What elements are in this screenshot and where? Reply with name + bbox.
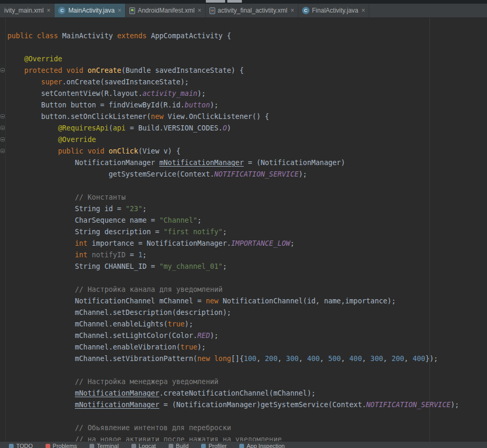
code-line[interactable]: @Override: [7, 53, 459, 65]
code-line[interactable]: [7, 180, 459, 192]
code-token: String description =: [7, 228, 163, 236]
code-token: int: [7, 239, 92, 247]
java-class-icon: C: [302, 7, 309, 14]
toolwindow-button-problems[interactable]: Problems: [46, 442, 77, 448]
code-token: new long: [197, 355, 231, 363]
code-token: = (NotificationManager): [244, 159, 345, 167]
code-line[interactable]: setContentView(R.layout.activity_main);: [7, 88, 459, 100]
tab-close-icon[interactable]: ×: [291, 7, 294, 14]
code-line[interactable]: button.setOnClickListener(new View.OnCli…: [7, 111, 459, 123]
code-line[interactable]: // Обьявление интентов для переброски: [7, 422, 459, 434]
code-line[interactable]: String id = "23";: [7, 203, 459, 215]
editor[interactable]: public class MainActivity extends AppCom…: [0, 18, 487, 441]
toolwindow-button-build[interactable]: Build: [169, 442, 189, 448]
code-line[interactable]: [7, 365, 459, 376]
code-token: ,: [257, 355, 265, 363]
tab-close-icon[interactable]: ×: [47, 7, 50, 14]
code-line[interactable]: CharSequence name = "Channel";: [7, 215, 459, 226]
code-token: api: [113, 124, 126, 132]
tab-label: MainActivity.java: [68, 7, 114, 14]
code-line[interactable]: NotificationManager mNotificationManager…: [7, 157, 459, 169]
toolwindow-button-logcat[interactable]: Logcat: [131, 442, 156, 448]
code-line[interactable]: // Настройка менеджера уведомлений: [7, 376, 459, 388]
code-line[interactable]: mChannel.setDescription(description);: [7, 307, 459, 319]
code-line[interactable]: public void onClick(View v) {: [7, 146, 459, 157]
tab-androidmanifest-xml[interactable]: AndroidManifest.xml×: [126, 4, 206, 17]
code-token: 300: [370, 355, 383, 363]
code-token: RED: [197, 332, 210, 340]
toolwindow-button-todo[interactable]: TODO: [9, 442, 33, 448]
code-line[interactable]: Button button = findViewById(R.id.button…: [7, 100, 459, 111]
code-line[interactable]: mChannel.enableVibration(true);: [7, 342, 459, 353]
code-token: "23": [126, 205, 142, 213]
code-line[interactable]: NotificationChannel mChannel = new Notif…: [7, 296, 459, 307]
code-line[interactable]: mNotificationManager.createNotificationC…: [7, 388, 459, 399]
code-token: public void: [7, 147, 108, 155]
code-token: ;: [142, 205, 147, 213]
tab-close-icon[interactable]: ×: [198, 7, 202, 14]
code-token: "my_channel_01": [159, 263, 223, 270]
code-line[interactable]: mChannel.enableLights(true);: [7, 319, 459, 330]
code-token: 400: [413, 355, 425, 363]
code-line[interactable]: public class MainActivity extends AppCom…: [7, 30, 459, 42]
code-token: new: [151, 113, 168, 121]
fold-marker-icon[interactable]: [1, 114, 5, 118]
code-line[interactable]: [7, 42, 459, 53]
editor-gutter: [0, 18, 5, 441]
code-line[interactable]: mChannel.setLightColor(Color.RED);: [7, 330, 459, 342]
code-line[interactable]: super.onCreate(savedInstanceState);: [7, 77, 459, 88]
code-token: super: [7, 78, 62, 86]
toolbar-button-remnant[interactable]: [227, 0, 242, 3]
code-token: notifyID: [92, 251, 126, 259]
code-token: new: [206, 297, 223, 305]
code-area[interactable]: public class MainActivity extends AppCom…: [7, 30, 459, 441]
tab-finalactivity-java[interactable]: CFinalActivity.java×: [298, 4, 370, 17]
code-token: ,: [341, 355, 349, 363]
code-token: ;: [197, 216, 202, 224]
toolwindow-label: TODO: [16, 443, 33, 448]
tab-close-icon[interactable]: ×: [118, 7, 121, 14]
code-token: );: [210, 101, 218, 109]
code-line[interactable]: @RequiresApi(api = Build.VERSION_CODES.O…: [7, 123, 459, 134]
toolwindow-button-profiler[interactable]: Profiler: [201, 442, 227, 448]
code-token: 200: [392, 355, 404, 363]
code-line[interactable]: protected void onCreate(Bundle savedInst…: [7, 65, 459, 77]
code-line[interactable]: // на новое активити после нажатия на ув…: [7, 434, 459, 441]
tab-close-icon[interactable]: ×: [361, 7, 365, 14]
fold-marker-icon[interactable]: [1, 68, 5, 72]
fold-marker-icon[interactable]: [1, 137, 5, 141]
code-token: =: [126, 251, 138, 259]
code-line[interactable]: String description = "first notify";: [7, 226, 459, 238]
code-token: ,: [404, 355, 413, 363]
code-line[interactable]: getSystemService(Context.NOTIFICATION_SE…: [7, 169, 459, 180]
code-line[interactable]: [7, 411, 459, 422]
code-token: );: [185, 320, 193, 328]
tab-label: activity_final_activtity.xml: [218, 7, 287, 14]
tab-activity-final-activtity-xml[interactable]: <>activity_final_activtity.xml×: [206, 4, 298, 17]
toolwindow-label: Build: [176, 443, 189, 448]
code-line[interactable]: // Константы: [7, 192, 459, 203]
code-line[interactable]: String CHANNEL_ID = "my_channel_01";: [7, 261, 459, 272]
code-token: "first notify": [163, 228, 223, 236]
code-line[interactable]: mNotificationManager = (NotificationMana…: [7, 399, 459, 411]
toolbar-button-remnant[interactable]: [206, 0, 225, 3]
code-token: .onCreate(savedInstanceState);: [62, 78, 189, 86]
code-line[interactable]: mChannel.setVibrationPattern(new long[]{…: [7, 353, 459, 365]
tab-mainactivity-java[interactable]: CMainActivity.java×: [54, 4, 126, 17]
code-line[interactable]: [7, 272, 459, 284]
code-line[interactable]: // Настройка канала для уведомлений: [7, 284, 459, 296]
code-token: "Channel": [159, 216, 197, 224]
code-token: 1: [138, 251, 142, 259]
fold-marker-icon[interactable]: [1, 149, 5, 153]
code-token: NotificationManager: [7, 159, 159, 167]
code-line[interactable]: int notifyID = 1;: [7, 249, 459, 261]
toolwindow-button-terminal[interactable]: Terminal: [90, 442, 119, 448]
tab-ivity-main-xml[interactable]: ivity_main.xml×: [0, 4, 54, 17]
fold-marker-icon[interactable]: [1, 126, 5, 130]
toolwindow-button-app-inspection[interactable]: App Inspection: [239, 442, 285, 448]
editor-tab-bar: ivity_main.xml×CMainActivity.java×Androi…: [0, 4, 487, 18]
code-token: NotificationChannel(id, name,importance)…: [223, 297, 396, 305]
code-line[interactable]: @Override: [7, 134, 459, 146]
code-line[interactable]: int importance = NotificationManager.IMP…: [7, 238, 459, 249]
java-class-icon: C: [58, 7, 65, 14]
